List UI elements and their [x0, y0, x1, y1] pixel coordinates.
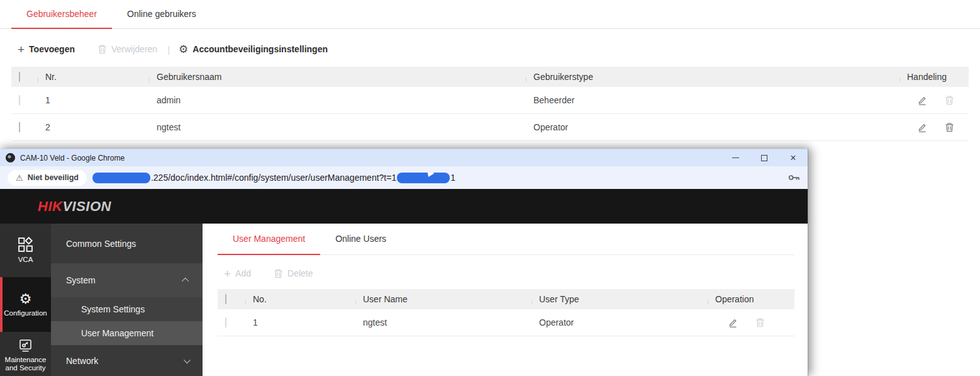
- tab-gebruikersbeheer[interactable]: Gebruikersbeheer: [11, 0, 112, 28]
- row-usertype: Operator: [526, 122, 899, 132]
- minimize-icon: [732, 157, 739, 158]
- tab-user-management[interactable]: User Management: [218, 224, 320, 254]
- menu-item-system-settings[interactable]: System Settings: [51, 297, 203, 321]
- menu-label: User Management: [81, 328, 189, 338]
- inner-tab-bar: User Management Online Users: [218, 224, 794, 255]
- row-checkbox: [225, 317, 226, 328]
- rail-item-vca[interactable]: VCA: [0, 224, 51, 277]
- hikvision-logo: HIKVISION: [38, 198, 111, 215]
- rail-item-maintenance-security[interactable]: Maintenance and Security: [0, 332, 51, 376]
- bg-col-handeling: Handeling: [899, 72, 969, 82]
- menu-label: System: [66, 275, 184, 285]
- logo-vision: VISION: [62, 198, 111, 214]
- col-user-name: User Name: [355, 294, 532, 304]
- bg-col-usertype: Gebruikerstype: [526, 72, 899, 82]
- warning-icon: ⚠: [16, 173, 23, 183]
- trash-icon: [97, 44, 107, 54]
- minimize-button[interactable]: [721, 149, 750, 166]
- menu-label: Common Settings: [66, 239, 189, 249]
- toevoegen-label: Toevoegen: [29, 44, 75, 54]
- menu-label: Network: [66, 356, 184, 366]
- bg-toolbar: + Toevoegen Verwijderen | ⚙ Accountbevei…: [18, 42, 980, 57]
- nav-rail: VCA ⚙ Configuration Maintenance and Secu…: [0, 224, 51, 376]
- bg-tab-bar: Gebruikersbeheer Online gebruikers: [0, 0, 980, 29]
- row-usertype: Beheerder: [526, 95, 899, 105]
- gear-icon: ⚙: [179, 44, 188, 55]
- bg-user-table: Nr. Gebruikersnaam Gebruikerstype Handel…: [11, 67, 969, 141]
- row-username: admin: [149, 95, 526, 105]
- account-security-button[interactable]: ⚙ Accountbeveiligingsinstellingen: [179, 44, 328, 55]
- configuration-gear-icon: ⚙: [19, 292, 32, 306]
- maximize-icon: [761, 155, 767, 161]
- rail-label-configuration: Configuration: [3, 309, 48, 317]
- vca-icon: [18, 237, 33, 253]
- add-button[interactable]: + Add: [224, 268, 251, 280]
- menu-label: System Settings: [81, 304, 189, 314]
- address-bar[interactable]: ⚠ Niet beveiligd .225/doc/index.html#/co…: [0, 166, 808, 189]
- window-controls: ×: [721, 149, 808, 166]
- bg-col-username: Gebruikersnaam: [149, 72, 526, 82]
- rail-label-maintenance-security: Maintenance and Security: [3, 356, 48, 372]
- bg-table-header: Nr. Gebruikersnaam Gebruikerstype Handel…: [11, 67, 969, 87]
- config-menu: Common Settings System System Settings U…: [51, 224, 203, 376]
- user-table-header: No. User Name User Type Operation: [218, 289, 794, 309]
- row-nr: 1: [38, 95, 149, 105]
- edit-icon[interactable]: [917, 95, 927, 105]
- tab-online-users[interactable]: Online Users: [320, 224, 401, 254]
- window-titlebar[interactable]: CAM-10 Veld - Google Chrome ×: [0, 149, 808, 166]
- hikvision-header: HIKVISION: [0, 189, 808, 224]
- table-row: 1 admin Beheerder: [11, 87, 969, 114]
- row-checkbox[interactable]: [19, 122, 20, 132]
- tab-online-gebruikers[interactable]: Online gebruikers: [112, 0, 211, 28]
- table-row: 2 ngtest Operator: [11, 114, 969, 141]
- table-row: 1 ngtest Operator: [218, 309, 794, 336]
- col-operation: Operation: [708, 294, 794, 304]
- account-security-label: Accountbeveiligingsinstellingen: [192, 44, 328, 54]
- redaction-blob: [92, 173, 150, 183]
- toevoegen-button[interactable]: + Toevoegen: [18, 43, 75, 55]
- url-text[interactable]: .225/doc/index.html#/config/system/user/…: [92, 173, 783, 183]
- col-no: No.: [245, 294, 355, 304]
- delete-button[interactable]: Delete: [274, 268, 313, 278]
- page-favicon: [6, 153, 15, 162]
- inner-toolbar: + Add Delete: [224, 266, 794, 281]
- menu-item-system[interactable]: System: [51, 263, 203, 297]
- security-chip-label: Niet beveiligd: [28, 173, 79, 182]
- maintenance-security-icon: [18, 339, 33, 353]
- verwijderen-label: Verwijderen: [111, 44, 157, 54]
- security-chip[interactable]: ⚠ Niet beveiligd: [8, 170, 87, 186]
- close-icon: ×: [790, 153, 796, 163]
- bg-col-nr: Nr.: [38, 72, 149, 82]
- row-no: 1: [245, 317, 355, 328]
- mouse-cursor: [425, 173, 435, 177]
- edit-icon[interactable]: [728, 317, 738, 328]
- verwijderen-button[interactable]: Verwijderen: [97, 44, 157, 54]
- window-title: CAM-10 Veld - Google Chrome: [20, 154, 721, 162]
- row-nr: 2: [38, 122, 149, 132]
- delete-icon: [945, 95, 954, 105]
- menu-item-common-settings[interactable]: Common Settings: [51, 224, 203, 263]
- maximize-button[interactable]: [750, 149, 779, 166]
- row-usertype: Operator: [532, 317, 708, 328]
- menu-item-network[interactable]: Network: [51, 345, 203, 376]
- chevron-down-icon: [184, 356, 191, 363]
- main-content: User Management Online Users + Add Delet…: [203, 224, 808, 376]
- rail-item-configuration[interactable]: ⚙ Configuration: [0, 277, 51, 332]
- delete-icon[interactable]: [945, 122, 954, 132]
- password-key-icon[interactable]: [788, 173, 800, 182]
- select-all-checkbox[interactable]: [19, 72, 20, 82]
- rail-label-vca: VCA: [3, 256, 48, 264]
- select-all-checkbox[interactable]: [225, 294, 226, 304]
- plus-icon: +: [224, 268, 231, 280]
- add-label: Add: [235, 268, 251, 278]
- url-suffix: 1: [450, 173, 455, 183]
- row-username: ngtest: [149, 122, 526, 132]
- close-button[interactable]: ×: [779, 149, 808, 166]
- plus-icon: +: [18, 43, 25, 55]
- row-checkbox: [19, 95, 20, 105]
- col-user-type: User Type: [532, 294, 708, 304]
- edit-icon[interactable]: [917, 122, 927, 132]
- logo-hik: HIK: [38, 198, 62, 214]
- menu-item-user-management[interactable]: User Management: [51, 321, 203, 345]
- delete-icon: [755, 317, 765, 328]
